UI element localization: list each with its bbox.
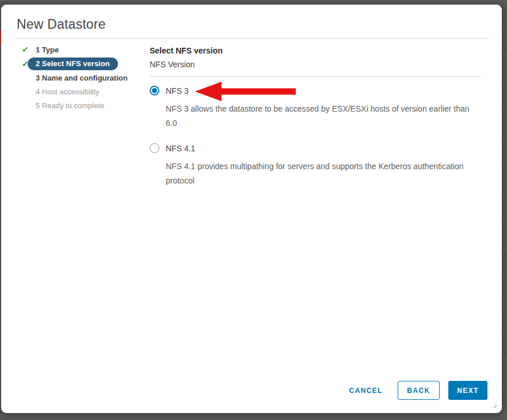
nfs3-radio[interactable] bbox=[150, 86, 159, 96]
content-subheading: NFS Version bbox=[150, 60, 481, 69]
nfs41-label: NFS 4.1 bbox=[166, 144, 195, 153]
step-label: 5 Ready to complete bbox=[36, 101, 104, 110]
step-5-ready-to-complete: ✔ 5 Ready to complete bbox=[22, 98, 146, 112]
step-label: 1 Type bbox=[36, 45, 59, 54]
nfs3-description: NFS 3 allows the datastore to be accesse… bbox=[166, 102, 479, 131]
step-3-name-and-configuration[interactable]: ✔ 3 Name and configuration bbox=[22, 71, 146, 85]
content-divider bbox=[150, 76, 481, 77]
step-4-host-accessibility: ✔ 4 Host accessibility bbox=[22, 85, 146, 98]
step-2-select-nfs-version[interactable]: ✔ 2 Select NFS version bbox=[22, 56, 146, 71]
step-1-type[interactable]: ✔ 1 Type bbox=[22, 43, 146, 56]
wizard-step-list: ✔ 1 Type ✔ 2 Select NFS version ✔ 3 Name… bbox=[22, 43, 146, 112]
nfs3-option-row[interactable]: NFS 3 bbox=[150, 86, 481, 96]
nfs3-label: NFS 3 bbox=[166, 86, 189, 96]
cancel-button[interactable]: CANCEL bbox=[344, 381, 388, 400]
step-label: 3 Name and configuration bbox=[36, 74, 128, 82]
modal-overlay: New Datastore ✔ 1 Type ✔ 2 Select NFS ve… bbox=[0, 0, 507, 420]
dialog-title: New Datastore bbox=[17, 17, 502, 32]
content-heading: Select NFS version bbox=[150, 46, 481, 55]
title-divider bbox=[17, 38, 489, 39]
next-button[interactable]: NEXT bbox=[448, 381, 487, 400]
new-datastore-dialog: New Datastore ✔ 1 Type ✔ 2 Select NFS ve… bbox=[1, 5, 502, 413]
nfs41-option-row[interactable]: NFS 4.1 bbox=[150, 143, 481, 153]
dialog-footer: CANCEL BACK NEXT bbox=[344, 381, 487, 400]
nfs41-description: NFS 4.1 provides multipathing for server… bbox=[166, 159, 479, 188]
back-button[interactable]: BACK bbox=[398, 381, 440, 400]
resize-handle-icon[interactable] bbox=[490, 402, 497, 408]
step-content: Select NFS version NFS Version NFS 3 NFS… bbox=[150, 46, 481, 188]
check-icon: ✔ bbox=[22, 45, 30, 54]
red-arrow-annotation bbox=[195, 82, 296, 101]
step-label: 4 Host accessibility bbox=[36, 87, 100, 96]
nfs41-radio[interactable] bbox=[150, 143, 159, 153]
step-label: 2 Select NFS version bbox=[28, 58, 118, 70]
